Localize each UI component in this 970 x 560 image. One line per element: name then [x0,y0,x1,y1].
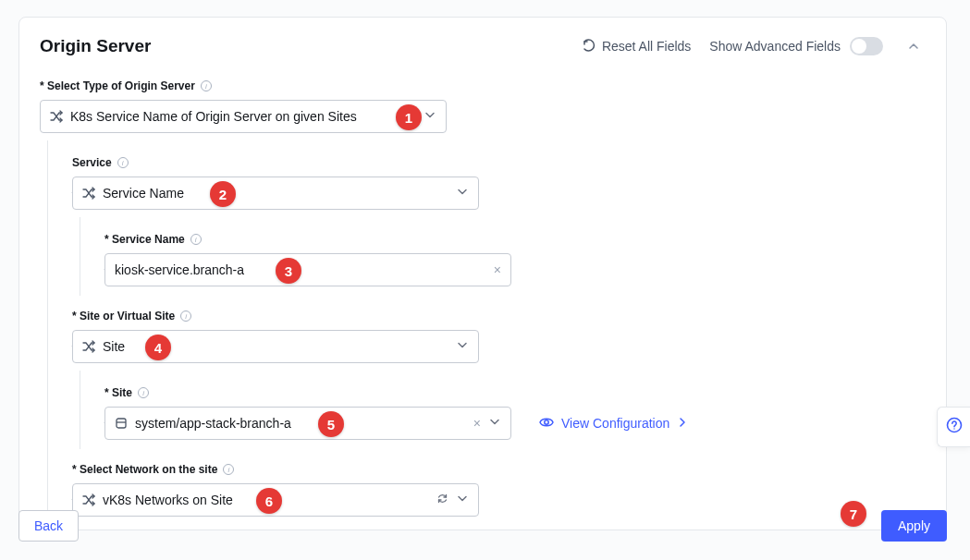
advanced-fields-toggle[interactable] [850,37,883,55]
chevron-down-icon [488,416,501,432]
shuffle-icon [82,340,95,353]
site-field: * Site i system/app-stack-branch-a × 5 [104,383,926,440]
apply-button[interactable]: Apply [881,510,947,542]
panel-header: Origin Server Reset All Fields Show Adva… [40,34,926,58]
clear-icon[interactable]: × [494,262,501,277]
object-icon [115,417,128,430]
header-actions: Reset All Fields Show Advanced Fields [582,34,926,58]
info-icon[interactable]: i [117,157,129,168]
info-icon[interactable]: i [223,464,234,475]
service-name-field: * Service Name i kiosk-service.branch-a … [104,230,926,286]
site-or-vsite-field: * Site or Virtual Site i Site 4 [72,307,926,363]
service-field: Service i Service Name 2 [72,153,926,210]
shuffle-icon [50,110,63,123]
service-children: * Service Name i kiosk-service.branch-a … [80,217,926,296]
service-select[interactable]: Service Name 2 [72,177,479,210]
network-value: vK8s Networks on Site [103,493,233,507]
service-value: Service Name [103,186,184,201]
callout-badge-7: 7 [841,501,866,527]
panel-title: Origin Server [40,36,151,56]
service-name-label: * Service Name i [104,233,202,246]
network-label: * Select Network on the site i [72,463,234,476]
callout-badge-5: 5 [318,411,344,437]
undo-icon [582,39,596,54]
site-or-vsite-select[interactable]: Site 4 [72,330,479,363]
show-advanced-fields-label: Show Advanced Fields [709,39,841,54]
site-select[interactable]: system/app-stack-branch-a × 5 [104,407,511,440]
network-field: * Select Network on the site i vK8s Netw… [72,460,926,517]
callout-badge-4: 4 [145,335,171,360]
origin-server-panel: Origin Server Reset All Fields Show Adva… [18,17,947,530]
callout-badge-3: 3 [276,258,301,284]
callout-badge-6: 6 [256,488,282,514]
collapse-panel-button[interactable] [902,34,926,58]
svg-point-4 [953,428,954,429]
chevron-down-icon [456,339,469,355]
chevron-down-icon [424,109,436,125]
site-or-vsite-value: Site [103,339,125,354]
callout-badge-2: 2 [210,181,236,207]
site-or-vsite-label: * Site or Virtual Site i [72,310,191,323]
site-children: * Site i system/app-stack-branch-a × 5 [80,371,926,449]
origin-type-select[interactable]: K8s Service Name of Origin Server on giv… [40,100,447,133]
shuffle-icon [82,493,95,506]
info-icon[interactable]: i [180,310,191,322]
help-icon [946,417,963,438]
chevron-down-icon [456,186,469,201]
show-advanced-fields-control: Show Advanced Fields [709,37,883,55]
clear-icon[interactable]: × [473,416,481,431]
service-name-input[interactable]: kiosk-service.branch-a × 3 [104,253,511,286]
origin-type-field: * Select Type of Origin Server i K8s Ser… [40,77,926,133]
origin-type-value: K8s Service Name of Origin Server on giv… [70,109,357,124]
info-icon[interactable]: i [190,234,202,245]
eye-icon [539,415,554,432]
view-configuration-label: View Configuration [561,416,669,431]
service-name-value: kiosk-service.branch-a [115,262,244,277]
origin-type-children: Service i Service Name 2 * Service Name [47,140,926,520]
chevron-down-icon [456,493,469,508]
origin-type-label: * Select Type of Origin Server i [40,79,212,92]
chevron-right-icon [677,416,688,431]
callout-badge-1: 1 [396,104,422,130]
info-icon[interactable]: i [138,387,149,398]
view-configuration-link[interactable]: View Configuration [539,415,688,432]
reset-all-fields-label: Reset All Fields [602,39,691,54]
reset-all-fields-link[interactable]: Reset All Fields [582,39,691,54]
footer-bar: Back 7 Apply [18,510,947,542]
site-label: * Site i [104,386,149,399]
service-label: Service i [72,156,129,169]
refresh-icon[interactable] [436,493,448,507]
chevron-up-icon [907,40,920,53]
site-value: system/app-stack-branch-a [135,416,291,431]
back-button[interactable]: Back [18,510,79,542]
info-icon[interactable]: i [201,80,212,91]
shuffle-icon [82,187,95,200]
help-button[interactable] [937,407,970,447]
